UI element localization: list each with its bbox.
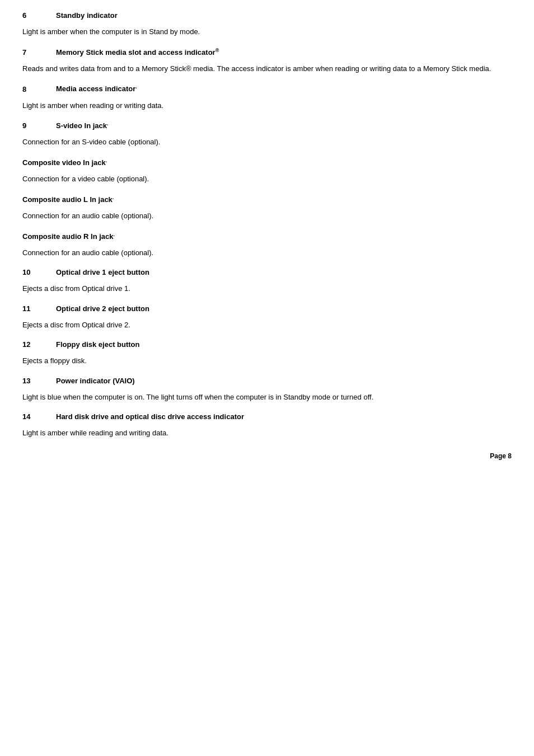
section-composite-audio-l-title: Composite audio L In jack. bbox=[22, 195, 512, 204]
section-10-body: Ejects a disc from Optical drive 1. bbox=[22, 283, 512, 294]
section-6-number: 6 bbox=[22, 11, 56, 20]
page-container: 6Standby indicatorLight is amber when th… bbox=[0, 0, 534, 471]
section-13-title: Power indicator (VAIO) bbox=[56, 377, 135, 385]
section-12-header: 12Floppy disk eject button bbox=[22, 340, 512, 349]
section-10-number: 10 bbox=[22, 268, 56, 276]
section-12-body: Ejects a floppy disk. bbox=[22, 355, 512, 367]
section-9-body: Connection for an S-video cable (optiona… bbox=[22, 137, 512, 148]
section-6-header: 6Standby indicator bbox=[22, 11, 512, 20]
section-6: 6Standby indicatorLight is amber when th… bbox=[22, 11, 512, 37]
section-6-body: Light is amber when the computer is in S… bbox=[22, 26, 512, 37]
section-10: 10Optical drive 1 eject buttonEjects a d… bbox=[22, 268, 512, 294]
section-9: 9S-video In jack.Connection for an S-vid… bbox=[22, 121, 512, 148]
section-8-header: 8Media access indicator. bbox=[22, 84, 512, 93]
section-8-body: Light is amber when reading or writing d… bbox=[22, 100, 512, 111]
section-composite-audio-l: Composite audio L In jack.Connection for… bbox=[22, 195, 512, 222]
section-12-number: 12 bbox=[22, 340, 56, 349]
section-12-title: Floppy disk eject button bbox=[56, 340, 140, 349]
section-7-body: Reads and writes data from and to a Memo… bbox=[22, 63, 512, 74]
section-11-title: Optical drive 2 eject button bbox=[56, 304, 149, 313]
section-composite-video-title: Composite video In jack. bbox=[22, 158, 512, 167]
section-8-number: 8 bbox=[22, 85, 56, 93]
section-11-number: 11 bbox=[22, 304, 56, 313]
section-composite-audio-r-title: Composite audio R In jack. bbox=[22, 232, 512, 241]
section-composite-video: Composite video In jack.Connection for a… bbox=[22, 158, 512, 185]
page-footer: Page 8 bbox=[490, 452, 512, 460]
section-8-title: Media access indicator. bbox=[56, 84, 137, 93]
section-6-title: Standby indicator bbox=[56, 11, 118, 20]
section-7-number: 7 bbox=[22, 48, 56, 57]
section-composite-audio-r-body: Connection for an audio cable (optional)… bbox=[22, 247, 512, 259]
section-composite-audio-r: Composite audio R In jack.Connection for… bbox=[22, 232, 512, 259]
section-13: 13Power indicator (VAIO)Light is blue wh… bbox=[22, 377, 512, 403]
section-14-number: 14 bbox=[22, 412, 56, 421]
section-8: 8Media access indicator.Light is amber w… bbox=[22, 84, 512, 111]
section-9-header: 9S-video In jack. bbox=[22, 121, 512, 130]
section-12: 12Floppy disk eject buttonEjects a flopp… bbox=[22, 340, 512, 367]
section-14-title: Hard disk drive and optical disc drive a… bbox=[56, 412, 244, 421]
section-13-header: 13Power indicator (VAIO) bbox=[22, 377, 512, 385]
section-13-number: 13 bbox=[22, 377, 56, 385]
section-10-header: 10Optical drive 1 eject button bbox=[22, 268, 512, 276]
section-composite-video-body: Connection for a video cable (optional). bbox=[22, 173, 512, 185]
section-11-header: 11Optical drive 2 eject button bbox=[22, 304, 512, 313]
section-13-body: Light is blue when the computer is on. T… bbox=[22, 392, 512, 403]
sections-container: 6Standby indicatorLight is amber when th… bbox=[22, 11, 512, 439]
section-7: 7Memory Stick media slot and access indi… bbox=[22, 48, 512, 74]
section-composite-audio-l-body: Connection for an audio cable (optional)… bbox=[22, 210, 512, 222]
section-9-title: S-video In jack. bbox=[56, 121, 109, 130]
section-14-header: 14Hard disk drive and optical disc drive… bbox=[22, 412, 512, 421]
section-7-header: 7Memory Stick media slot and access indi… bbox=[22, 48, 512, 57]
page-number: Page 8 bbox=[490, 452, 512, 460]
section-11-body: Ejects a disc from Optical drive 2. bbox=[22, 320, 512, 331]
section-7-title: Memory Stick media slot and access indic… bbox=[56, 48, 219, 57]
section-9-number: 9 bbox=[22, 121, 56, 130]
section-14: 14Hard disk drive and optical disc drive… bbox=[22, 412, 512, 439]
section-14-body: Light is amber while reading and writing… bbox=[22, 428, 512, 439]
section-11: 11Optical drive 2 eject buttonEjects a d… bbox=[22, 304, 512, 331]
section-10-title: Optical drive 1 eject button bbox=[56, 268, 149, 276]
